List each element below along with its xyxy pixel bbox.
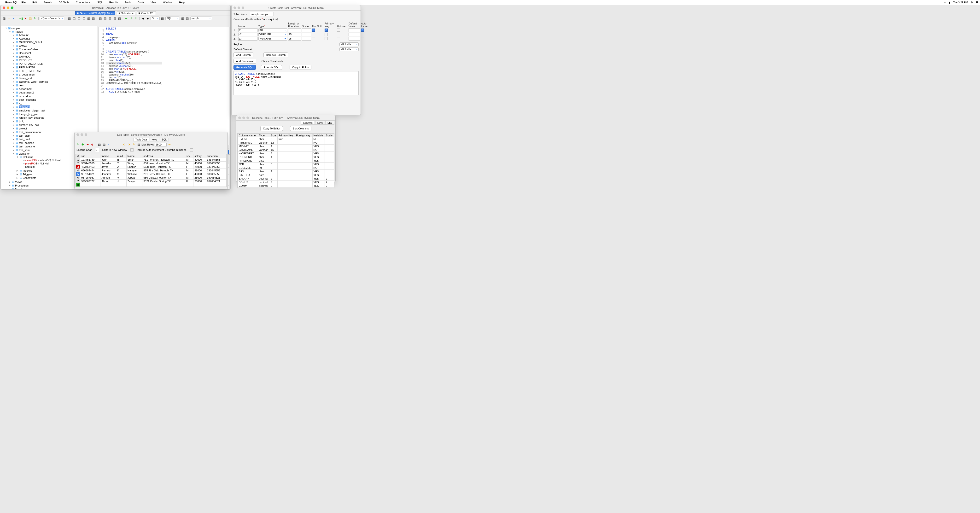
zoom-icon[interactable] bbox=[242, 6, 244, 9]
menu-view[interactable]: View bbox=[151, 1, 156, 4]
tool-icon[interactable]: ◫ bbox=[181, 16, 185, 21]
max-rows-input[interactable] bbox=[154, 143, 167, 147]
minimize-icon[interactable] bbox=[81, 133, 83, 136]
tree-table-dependent[interactable]: ▶▦dependent bbox=[13, 94, 97, 97]
tree-table-employee_trigger_test[interactable]: ▶▦employee_trigger_test bbox=[13, 109, 97, 112]
execute-icon[interactable]: ➜ bbox=[124, 16, 128, 21]
close-tab-icon[interactable]: ✖ bbox=[118, 12, 120, 14]
connection-tab[interactable]: ✖Oracle 12c bbox=[137, 11, 156, 15]
go-icon[interactable]: ➜ bbox=[167, 143, 172, 147]
tool-icon[interactable]: ◫ bbox=[72, 16, 76, 21]
tree-table-jkhkj[interactable]: ▶▦jkhkj bbox=[13, 119, 97, 123]
close-icon[interactable] bbox=[234, 6, 236, 9]
unique-checkbox[interactable] bbox=[337, 37, 340, 40]
tree-table-TEST_TIMESTAMP[interactable]: ▶▦TEST_TIMESTAMP bbox=[13, 69, 97, 72]
open-icon[interactable]: ▭ bbox=[7, 16, 11, 21]
tool-icon[interactable]: ▦ bbox=[161, 16, 164, 21]
tree-table-RESUMEXML[interactable]: ▶▦RESUMEXML bbox=[13, 66, 97, 69]
refresh-icon[interactable]: ↻ bbox=[76, 143, 80, 147]
save-icon[interactable]: ▪ bbox=[107, 143, 111, 147]
col-name-input[interactable] bbox=[238, 33, 258, 36]
connection-tab[interactable]: ✖*Amazon RDS MySQL Micro bbox=[75, 11, 115, 15]
menu-search[interactable]: Search bbox=[44, 1, 52, 4]
tree-table-e_[interactable]: ▶▦e_ bbox=[13, 102, 97, 105]
tree-table-CMAC[interactable]: ▶▦CMAC bbox=[13, 44, 97, 47]
tree-table-EMPMDC[interactable]: ▶▦EMPMDC bbox=[13, 55, 97, 58]
primary-key-checkbox[interactable] bbox=[325, 33, 328, 36]
tool-icon[interactable]: ▤ bbox=[108, 16, 112, 21]
add-constraint-button[interactable]: Add Constraint bbox=[234, 59, 256, 64]
not-null-checkbox[interactable] bbox=[312, 37, 315, 40]
tool-icon[interactable]: ▤ bbox=[118, 16, 121, 21]
tree-table-department[interactable]: ▶▦department bbox=[13, 87, 97, 90]
minimize-icon[interactable] bbox=[7, 6, 10, 9]
copy-to-editor-button[interactable]: Copy To Editor bbox=[260, 126, 283, 131]
close-tab-icon[interactable]: ✖ bbox=[77, 12, 79, 14]
zoom-icon[interactable] bbox=[247, 116, 249, 119]
describe-tab[interactable]: Keys bbox=[315, 121, 325, 125]
notifications-icon[interactable]: ☰ bbox=[976, 1, 978, 4]
menu-window[interactable]: Window bbox=[163, 1, 172, 4]
zoom-icon[interactable] bbox=[84, 133, 87, 136]
redo-icon[interactable]: ⟳ bbox=[127, 143, 131, 147]
default-value-input[interactable] bbox=[348, 28, 360, 32]
describe-tab[interactable]: Columns bbox=[301, 121, 315, 125]
disconnect-icon[interactable]: ✖ bbox=[24, 16, 27, 21]
on-select[interactable]: On bbox=[151, 16, 159, 20]
connection-tab[interactable]: ✖Salesforce bbox=[117, 11, 135, 15]
tree-table-PURCHASEORDER[interactable]: ▶▦PURCHASEORDER bbox=[13, 62, 97, 65]
col-length-input[interactable] bbox=[288, 28, 301, 32]
tree-table-Account2[interactable]: ▶▦Account2 bbox=[13, 37, 97, 40]
menu-connections[interactable]: Connections bbox=[76, 1, 91, 4]
generated-sql[interactable]: CREATE TABLE sample.sample (c1 INT NOT N… bbox=[234, 71, 359, 95]
col-length-input[interactable] bbox=[288, 33, 301, 36]
tree-table-foreign_key_separate[interactable]: ▶▦foreign_key_separate bbox=[13, 116, 97, 119]
tree-table-foreign_key_pair[interactable]: ▶▦foreign_key_pair bbox=[13, 112, 97, 116]
battery-icon[interactable]: ▮ bbox=[948, 1, 950, 4]
zoom-icon[interactable] bbox=[11, 6, 13, 9]
app-name[interactable]: RazorSQL bbox=[5, 1, 18, 4]
tree-table-department2[interactable]: ▶▦department2 bbox=[13, 91, 97, 94]
tree-table-california_water_districts[interactable]: ▶▦california_water_districts bbox=[13, 80, 97, 83]
tool-icon[interactable]: ◫ bbox=[67, 16, 71, 21]
unique-checkbox[interactable] bbox=[337, 33, 340, 36]
not-null-checkbox[interactable] bbox=[312, 29, 315, 32]
sql-editor[interactable]: 1234567891011121314151617181920212223 SE… bbox=[98, 27, 229, 145]
new-icon[interactable]: ▥ bbox=[2, 16, 6, 21]
generate-sql-button[interactable]: Generate SQL bbox=[234, 65, 256, 70]
unique-checkbox[interactable] bbox=[337, 29, 340, 32]
remove-column-button[interactable]: Remove Column bbox=[264, 53, 288, 57]
execute-down-icon[interactable]: ⬇ bbox=[129, 16, 133, 21]
table-name-input[interactable] bbox=[250, 12, 274, 16]
tree-table-Document[interactable]: ▶▦Document bbox=[13, 51, 97, 54]
col-name-input[interactable] bbox=[238, 37, 258, 40]
tool-icon[interactable]: ◫ bbox=[186, 16, 189, 21]
col-name-input[interactable] bbox=[238, 28, 258, 32]
tool-icon[interactable]: ▤ bbox=[103, 16, 107, 21]
edits-new-window-checkbox[interactable] bbox=[130, 148, 134, 151]
sql-mode-select[interactable]: SQL bbox=[165, 16, 180, 20]
auto-increment-checkbox[interactable] bbox=[361, 37, 364, 40]
auto-increment-checkbox[interactable] bbox=[361, 29, 364, 32]
close-icon[interactable] bbox=[76, 133, 79, 136]
tree-table-PRODUCT[interactable]: ▶▦PRODUCT bbox=[13, 59, 97, 62]
tree-table-binary_test[interactable]: ▶▦binary_test bbox=[13, 76, 97, 80]
edit-tab[interactable]: Table Data bbox=[133, 138, 149, 142]
add-column-button[interactable]: Add Column bbox=[234, 53, 253, 57]
search-icon[interactable]: ⚲ bbox=[971, 1, 973, 4]
primary-key-checkbox[interactable] bbox=[325, 37, 328, 40]
prev-icon[interactable]: ◀ bbox=[141, 16, 145, 21]
tree-table-CATEGORY_SUNIL[interactable]: ▶▦CATEGORY_SUNIL bbox=[13, 40, 97, 44]
connect-icon[interactable]: →▮ bbox=[19, 16, 22, 21]
refresh-icon[interactable]: ↻ bbox=[33, 16, 37, 21]
tool-icon[interactable]: ▤ bbox=[137, 143, 140, 147]
menu-results[interactable]: Results bbox=[109, 1, 118, 4]
include-ai-checkbox[interactable] bbox=[190, 148, 193, 151]
minimize-icon[interactable] bbox=[237, 6, 240, 9]
col-scale-input[interactable] bbox=[302, 28, 311, 32]
auto-increment-checkbox[interactable] bbox=[361, 33, 364, 36]
menu-code[interactable]: Code bbox=[138, 1, 144, 4]
tool-icon[interactable]: ◫ bbox=[86, 16, 91, 21]
copy-to-editor-button[interactable]: Copy to Editor bbox=[290, 65, 312, 70]
database-select[interactable]: sample bbox=[190, 16, 212, 20]
